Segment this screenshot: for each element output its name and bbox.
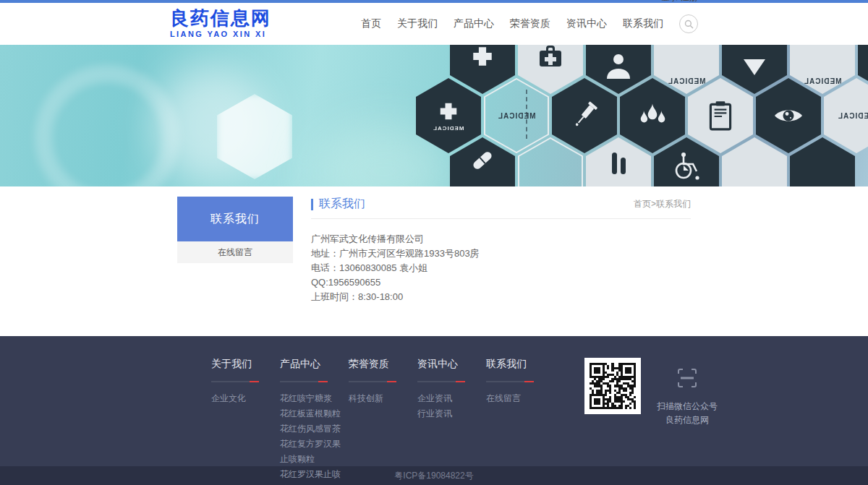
pill-icon	[468, 146, 497, 175]
search-button[interactable]	[679, 14, 698, 33]
footer-links: 在线留言	[486, 391, 555, 406]
nav-item-about[interactable]: 关于我们	[397, 17, 438, 30]
footer-inner: 关于我们 企业文化 产品中心 花红咳宁糖浆 花红板蓝根颗粒 花红伤风感冒茶 花红…	[170, 336, 698, 485]
column-underline-accent	[456, 381, 465, 382]
company-phone: 电话：13060830085 袁小姐	[311, 261, 691, 275]
column-underline	[211, 381, 259, 382]
logo-title: 良药信息网	[170, 9, 271, 27]
test-tubes-icon	[604, 150, 633, 179]
footer-link[interactable]: 花红咳宁糖浆	[280, 391, 349, 406]
nav-item-honors[interactable]: 荣誉资质	[510, 17, 550, 30]
scan-caption-group: 扫描微信公众号 良药信息网	[652, 358, 722, 485]
banner-hex	[688, 78, 753, 153]
footer-link[interactable]: 企业文化	[211, 391, 280, 406]
scan-caption-line1: 扫描微信公众号	[652, 400, 722, 413]
column-underline-accent	[524, 381, 534, 382]
clipboard-icon	[705, 99, 736, 132]
nav-item-products[interactable]: 产品中心	[454, 17, 494, 30]
scan-caption-line2: 良药信息网	[652, 413, 722, 427]
footer-link[interactable]: 花红伤风感冒茶	[280, 421, 349, 437]
nav-item-home[interactable]: 首页	[361, 17, 381, 30]
main-section: 联系我们 在线留言 联系我们 首页>联系我们 广州军武文化传播有限公司 地址：广…	[0, 186, 868, 336]
syringe-icon	[569, 100, 600, 132]
first-aid-kit-icon	[536, 45, 565, 71]
company-name: 广州军武文化传播有限公司	[311, 232, 691, 246]
column-underline-accent	[387, 381, 396, 382]
medical-label-mirrored: MEDICAL	[668, 77, 706, 85]
footer-links: 企业资讯 行业资讯	[417, 391, 486, 421]
hexagon-outline	[518, 137, 583, 186]
icp-bar: 粤ICP备19084822号	[0, 466, 868, 485]
footer-links: 科技创新	[349, 391, 417, 406]
footer-col-contact: 联系我们 在线留言	[486, 358, 555, 485]
column-underline	[486, 381, 534, 382]
icp-number: 粤ICP备19084822号	[394, 471, 473, 481]
hero-banner: MEDICAL MEDICAL MEDICAL MEDICAL	[0, 45, 868, 186]
header-inner: 良药信息网 LIANG YAO XIN XI 首页 关于我们 产品中心 荣誉资质…	[170, 3, 698, 45]
column-underline	[349, 381, 396, 382]
main-nav: 首页 关于我们 产品中心 荣誉资质 资讯中心 联系我们	[361, 14, 698, 33]
column-underline-accent	[250, 381, 259, 382]
breadcrumb[interactable]: 首页>联系我们	[634, 198, 691, 210]
contact-info: 广州军武文化传播有限公司 地址：广州市天河区华观路1933号803房 电话：13…	[311, 232, 691, 304]
medical-label-mirrored: MEDICAL	[498, 112, 536, 120]
footer-link[interactable]: 行业资讯	[417, 406, 486, 421]
footer-link[interactable]: 花红罗汉果止咳糖浆	[280, 467, 349, 485]
footer: 关于我们 企业文化 产品中心 花红咳宁糖浆 花红板蓝根颗粒 花红伤风感冒茶 花红…	[0, 336, 868, 466]
footer-link[interactable]: 花红复方罗汉果止咳颗粒	[280, 437, 349, 467]
qr-code-image	[590, 363, 636, 409]
scan-frame-icon	[677, 368, 697, 391]
title-accent-bar	[311, 199, 313, 210]
banner-hex: MEDICAL	[824, 78, 868, 153]
footer-link[interactable]: 科技创新	[349, 391, 417, 406]
medical-label-mirrored: MEDICAL	[433, 125, 464, 132]
footer-links: 企业文化	[211, 391, 280, 406]
sidebar-title-contact[interactable]: 联系我们	[177, 197, 293, 241]
nav-item-news[interactable]: 资讯中心	[566, 17, 607, 30]
column-underline	[280, 381, 328, 382]
footer-col-about: 关于我们 企业文化	[211, 358, 280, 485]
sidebar-item-message[interactable]: 在线留言	[177, 241, 293, 263]
footer-columns: 关于我们 企业文化 产品中心 花红咳宁糖浆 花红板蓝根颗粒 花红伤风感冒茶 花红…	[211, 358, 555, 485]
site-logo[interactable]: 良药信息网 LIANG YAO XIN XI	[170, 9, 271, 39]
footer-col-title[interactable]: 资讯中心	[417, 358, 486, 371]
medical-cross-icon	[438, 100, 459, 122]
footer-link[interactable]: 在线留言	[486, 391, 555, 406]
footer-col-title[interactable]: 关于我们	[211, 358, 280, 371]
company-qq: QQ:1956590655	[311, 275, 691, 290]
logo-subtitle: LIANG YAO XIN XI	[170, 30, 271, 39]
medical-label-mirrored: MEDICAL	[838, 112, 868, 120]
search-icon	[684, 20, 694, 29]
collar-icon	[740, 56, 769, 85]
column-underline-accent	[318, 381, 328, 382]
company-address: 地址：广州市天河区华观路1933号803房	[311, 246, 691, 261]
medical-cross-icon	[470, 45, 495, 69]
header-divider	[311, 218, 691, 219]
wechat-qr-code	[584, 358, 641, 414]
medical-label-mirrored: MEDICAL	[804, 77, 842, 85]
person-icon	[604, 51, 633, 80]
login-register-link[interactable]: 登录/注册	[661, 0, 698, 4]
footer-links: 花红咳宁糖浆 花红板蓝根颗粒 花红伤风感冒茶 花红复方罗汉果止咳颗粒 花红罗汉果…	[280, 391, 349, 485]
footer-col-products: 产品中心 花红咳宁糖浆 花红板蓝根颗粒 花红伤风感冒茶 花红复方罗汉果止咳颗粒 …	[280, 358, 349, 485]
company-hours: 上班时间：8:30-18:00	[311, 290, 691, 304]
banner-hex	[756, 78, 821, 153]
footer-link[interactable]: 花红板蓝根颗粒	[280, 406, 349, 421]
sidebar: 联系我们 在线留言	[177, 197, 293, 304]
footer-link[interactable]: 企业资讯	[417, 391, 486, 406]
footer-col-title[interactable]: 联系我们	[486, 358, 555, 371]
header: 良药信息网 LIANG YAO XIN XI 首页 关于我们 产品中心 荣誉资质…	[0, 3, 868, 45]
footer-col-title[interactable]: 产品中心	[280, 358, 349, 371]
page: 良药信息网 LIANG YAO XIN XI 首页 关于我们 产品中心 荣誉资质…	[0, 0, 868, 485]
main-inner: 联系我们 在线留言 联系我们 首页>联系我们 广州军武文化传播有限公司 地址：广…	[170, 186, 698, 304]
content-area: 联系我们 首页>联系我们 广州军武文化传播有限公司 地址：广州市天河区华观路19…	[311, 197, 691, 304]
banner-hex	[620, 78, 685, 153]
water-drops-icon	[637, 100, 668, 131]
banner-hex-outline	[518, 137, 583, 186]
column-underline	[417, 381, 465, 382]
nav-item-contact[interactable]: 联系我们	[623, 17, 663, 30]
eye-icon	[772, 99, 805, 132]
content-header: 联系我们 首页>联系我们	[311, 197, 691, 212]
wheelchair-icon	[671, 150, 702, 182]
footer-col-title[interactable]: 荣誉资质	[349, 358, 417, 371]
